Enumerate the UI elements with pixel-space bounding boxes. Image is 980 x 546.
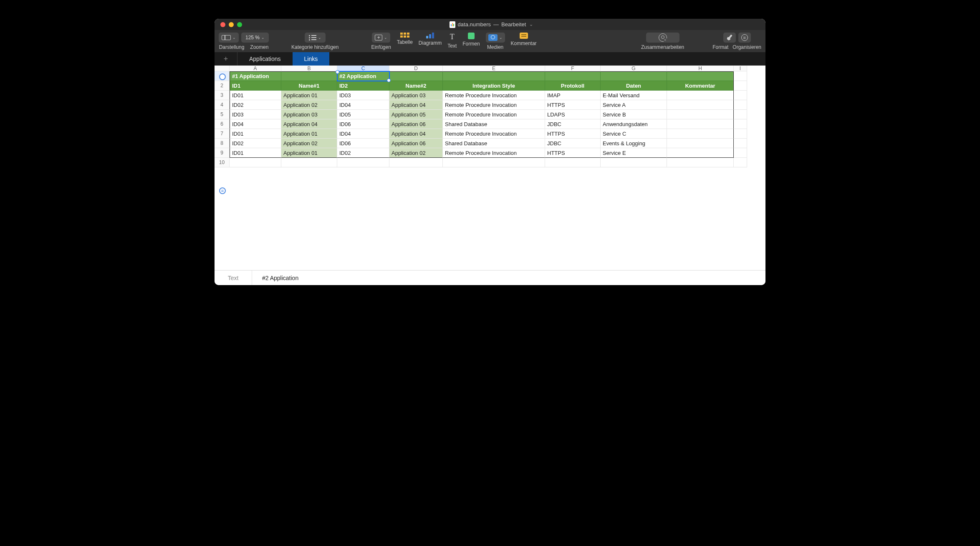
cell[interactable]: ID04 [337, 100, 389, 110]
collaborate-button[interactable] [646, 33, 679, 43]
add-sheet-button[interactable]: + [215, 52, 237, 66]
col-header-F[interactable]: F [545, 66, 601, 71]
format-label: Format [712, 44, 728, 50]
cell[interactable]: ID04 [230, 119, 281, 129]
cell[interactable]: JDBC [545, 119, 601, 129]
cell[interactable]: Application 02 [389, 148, 443, 158]
cell[interactable]: ID02 [230, 139, 281, 148]
cell[interactable] [667, 139, 734, 148]
cell[interactable]: ID06 [337, 139, 389, 148]
media-button[interactable]: ⌄ [486, 33, 505, 43]
cell[interactable]: Service A [601, 100, 667, 110]
row-header-7[interactable]: 7 [215, 129, 230, 139]
cell[interactable] [667, 148, 734, 158]
col-header-B[interactable]: B [281, 66, 337, 71]
format-button[interactable] [723, 33, 736, 43]
cell[interactable]: Application 01 [281, 148, 337, 158]
cell[interactable]: ID03 [230, 110, 281, 119]
row-header-5[interactable]: 5 [215, 110, 230, 119]
col-header-E[interactable]: E [443, 66, 545, 71]
cell[interactable]: LDAPS [545, 110, 601, 119]
cell[interactable]: ID01 [230, 148, 281, 158]
cell[interactable]: Application 03 [389, 91, 443, 100]
cell[interactable]: Application 02 [281, 139, 337, 148]
add-category-button[interactable]: ⌄ [305, 33, 326, 43]
shapes-button[interactable] [468, 33, 475, 39]
minimize-icon[interactable] [229, 22, 234, 27]
cell[interactable]: Application 03 [281, 110, 337, 119]
cell[interactable]: Service E [601, 148, 667, 158]
col-header-A[interactable]: A [230, 66, 281, 71]
cell[interactable] [667, 110, 734, 119]
cell[interactable]: ID03 [337, 91, 389, 100]
group2-header[interactable]: #2 Application [337, 71, 389, 81]
view-button[interactable]: ⌄ [219, 33, 239, 43]
cell[interactable]: Application 01 [281, 91, 337, 100]
cell[interactable]: Application 04 [389, 100, 443, 110]
cell[interactable]: ID01 [230, 91, 281, 100]
organize-button[interactable] [738, 33, 751, 43]
cell[interactable]: Remote Procedure Invocation [443, 100, 545, 110]
cell[interactable]: ID02 [337, 148, 389, 158]
cell[interactable]: Remote Procedure Invocation [443, 148, 545, 158]
tab-applications[interactable]: Applications [237, 52, 293, 66]
cell[interactable]: Application 06 [389, 119, 443, 129]
row-header-4[interactable]: 4 [215, 100, 230, 110]
cell[interactable]: HTTPS [545, 100, 601, 110]
cell[interactable]: ID01 [230, 129, 281, 139]
row-header-9[interactable]: 9 [215, 148, 230, 158]
cell[interactable]: ID02 [230, 100, 281, 110]
close-icon[interactable] [220, 22, 225, 27]
cell[interactable]: Application 06 [389, 139, 443, 148]
cell[interactable]: Shared Database [443, 139, 545, 148]
chart-button[interactable] [426, 33, 434, 38]
cell[interactable]: Remote Procedure Invocation [443, 129, 545, 139]
row-header-10[interactable]: 10 [215, 158, 230, 167]
comment-button[interactable] [520, 33, 528, 39]
cell[interactable]: E-Mail Versand [601, 91, 667, 100]
insert-button[interactable]: +⌄ [372, 33, 390, 43]
row-header-2[interactable]: 2 [215, 81, 230, 91]
cell[interactable]: Service C [601, 129, 667, 139]
cell[interactable]: Application 05 [389, 110, 443, 119]
col-header-C[interactable]: C [337, 66, 389, 71]
row-header-8[interactable]: 8 [215, 139, 230, 148]
row-header-3[interactable]: 3 [215, 91, 230, 100]
cell[interactable] [667, 100, 734, 110]
sheet-canvas[interactable]: = ABCDEFGHI1#1 Application#2 Application… [215, 66, 765, 270]
cell[interactable]: Events & Logging [601, 139, 667, 148]
col-header-G[interactable]: G [601, 66, 667, 71]
window-title[interactable]: data.numbers — Bearbeitet ⌄ [242, 21, 740, 28]
zoom-button[interactable]: 125 %⌄ [241, 33, 269, 43]
tab-links[interactable]: Links [293, 52, 330, 66]
cell[interactable]: Application 04 [389, 129, 443, 139]
cell[interactable]: Application 04 [281, 119, 337, 129]
cell[interactable]: Application 02 [281, 100, 337, 110]
col-header-D[interactable]: D [389, 66, 443, 71]
corner-cell[interactable] [215, 66, 230, 71]
cell[interactable] [667, 129, 734, 139]
cell[interactable]: HTTPS [545, 148, 601, 158]
cell[interactable] [667, 119, 734, 129]
table-handle-icon[interactable] [219, 73, 226, 80]
cell[interactable]: Application 01 [281, 129, 337, 139]
cell[interactable]: JDBC [545, 139, 601, 148]
cell[interactable] [667, 91, 734, 100]
formula-button[interactable]: = [219, 187, 226, 194]
text-button[interactable]: T [450, 33, 455, 41]
cell[interactable]: ID05 [337, 110, 389, 119]
cell[interactable]: Service B [601, 110, 667, 119]
zoom-window-icon[interactable] [237, 22, 242, 27]
row-header-6[interactable]: 6 [215, 119, 230, 129]
col-header-H[interactable]: H [667, 66, 734, 71]
cell[interactable]: Remote Procedure Invocation [443, 110, 545, 119]
cell[interactable]: Remote Procedure Invocation [443, 91, 545, 100]
cell[interactable]: ID04 [337, 129, 389, 139]
table-button[interactable] [400, 33, 409, 38]
col-header-I[interactable]: I [734, 66, 747, 71]
cell[interactable]: Anwendungsdaten [601, 119, 667, 129]
cell[interactable]: ID06 [337, 119, 389, 129]
cell[interactable]: HTTPS [545, 129, 601, 139]
cell[interactable]: IMAP [545, 91, 601, 100]
cell[interactable]: Shared Database [443, 119, 545, 129]
